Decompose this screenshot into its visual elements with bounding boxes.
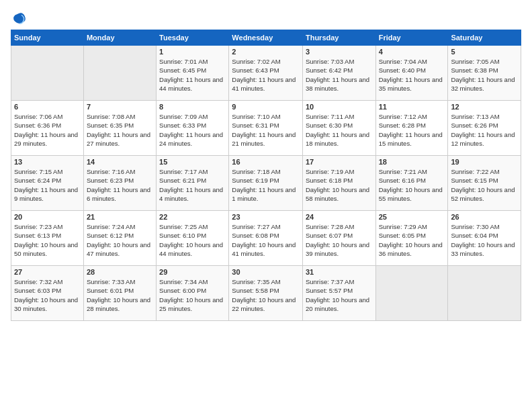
day-number: 27 <box>14 268 81 276</box>
day-number: 8 <box>159 103 226 111</box>
calendar-cell: 4Sunrise: 7:04 AMSunset: 6:40 PMDaylight… <box>375 46 448 101</box>
header <box>11 11 521 27</box>
day-number: 28 <box>87 268 153 276</box>
header-row: SundayMondayTuesdayWednesdayThursdayFrid… <box>11 30 521 46</box>
day-number: 10 <box>306 103 373 111</box>
day-number: 25 <box>379 213 445 221</box>
calendar-cell: 8Sunrise: 7:09 AMSunset: 6:33 PMDaylight… <box>157 101 229 156</box>
weekday-header: Friday <box>375 30 448 46</box>
day-number: 29 <box>159 268 226 276</box>
calendar-cell: 28Sunrise: 7:33 AMSunset: 6:01 PMDayligh… <box>83 266 156 321</box>
day-info: Sunrise: 7:01 AMSunset: 6:45 PMDaylight:… <box>159 57 226 93</box>
day-info: Sunrise: 7:24 AMSunset: 6:12 PMDaylight:… <box>87 222 153 258</box>
day-number: 17 <box>306 158 373 166</box>
day-number: 19 <box>451 158 518 166</box>
calendar-cell: 21Sunrise: 7:24 AMSunset: 6:12 PMDayligh… <box>83 211 156 266</box>
day-info: Sunrise: 7:04 AMSunset: 6:40 PMDaylight:… <box>379 57 445 93</box>
calendar-cell: 18Sunrise: 7:21 AMSunset: 6:16 PMDayligh… <box>375 156 448 211</box>
day-number: 9 <box>232 103 300 111</box>
day-number: 26 <box>451 213 518 221</box>
day-info: Sunrise: 7:12 AMSunset: 6:28 PMDaylight:… <box>379 112 445 148</box>
day-number: 11 <box>379 103 445 111</box>
day-info: Sunrise: 7:28 AMSunset: 6:07 PMDaylight:… <box>306 222 373 258</box>
page-container: SundayMondayTuesdayWednesdayThursdayFrid… <box>0 0 532 326</box>
calendar-cell: 5Sunrise: 7:05 AMSunset: 6:38 PMDaylight… <box>448 46 521 101</box>
day-number: 13 <box>14 158 81 166</box>
day-info: Sunrise: 7:16 AMSunset: 6:23 PMDaylight:… <box>87 167 153 203</box>
day-info: Sunrise: 7:08 AMSunset: 6:35 PMDaylight:… <box>87 112 153 148</box>
calendar-cell <box>375 266 448 321</box>
day-info: Sunrise: 7:30 AMSunset: 6:04 PMDaylight:… <box>451 222 518 258</box>
day-number: 12 <box>451 103 518 111</box>
day-number: 23 <box>232 213 300 221</box>
calendar-cell: 20Sunrise: 7:23 AMSunset: 6:13 PMDayligh… <box>11 211 84 266</box>
day-info: Sunrise: 7:34 AMSunset: 6:00 PMDaylight:… <box>159 277 226 313</box>
day-info: Sunrise: 7:18 AMSunset: 6:19 PMDaylight:… <box>232 167 300 203</box>
weekday-header: Sunday <box>11 30 84 46</box>
day-info: Sunrise: 7:32 AMSunset: 6:03 PMDaylight:… <box>14 277 81 313</box>
calendar-cell: 16Sunrise: 7:18 AMSunset: 6:19 PMDayligh… <box>229 156 303 211</box>
calendar-cell: 3Sunrise: 7:03 AMSunset: 6:42 PMDaylight… <box>302 46 375 101</box>
day-info: Sunrise: 7:09 AMSunset: 6:33 PMDaylight:… <box>159 112 226 148</box>
calendar-cell: 30Sunrise: 7:35 AMSunset: 5:58 PMDayligh… <box>229 266 303 321</box>
calendar-cell: 9Sunrise: 7:10 AMSunset: 6:31 PMDaylight… <box>229 101 303 156</box>
calendar-week-row: 1Sunrise: 7:01 AMSunset: 6:45 PMDaylight… <box>11 46 521 101</box>
day-number: 15 <box>159 158 226 166</box>
calendar-cell: 17Sunrise: 7:19 AMSunset: 6:18 PMDayligh… <box>302 156 375 211</box>
day-info: Sunrise: 7:19 AMSunset: 6:18 PMDaylight:… <box>306 167 373 203</box>
calendar-cell: 10Sunrise: 7:11 AMSunset: 6:30 PMDayligh… <box>302 101 375 156</box>
calendar-cell <box>11 46 84 101</box>
calendar-week-row: 27Sunrise: 7:32 AMSunset: 6:03 PMDayligh… <box>11 266 521 321</box>
day-info: Sunrise: 7:23 AMSunset: 6:13 PMDaylight:… <box>14 222 81 258</box>
day-info: Sunrise: 7:17 AMSunset: 6:21 PMDaylight:… <box>159 167 226 203</box>
day-number: 4 <box>379 48 445 56</box>
logo-icon <box>11 11 27 27</box>
day-number: 14 <box>87 158 153 166</box>
day-number: 6 <box>14 103 81 111</box>
logo <box>11 11 28 27</box>
day-info: Sunrise: 7:21 AMSunset: 6:16 PMDaylight:… <box>379 167 445 203</box>
calendar-cell: 7Sunrise: 7:08 AMSunset: 6:35 PMDaylight… <box>83 101 156 156</box>
day-info: Sunrise: 7:27 AMSunset: 6:08 PMDaylight:… <box>232 222 300 258</box>
calendar-cell: 13Sunrise: 7:15 AMSunset: 6:24 PMDayligh… <box>11 156 84 211</box>
day-number: 31 <box>306 268 373 276</box>
day-info: Sunrise: 7:02 AMSunset: 6:43 PMDaylight:… <box>232 57 300 93</box>
calendar-cell: 23Sunrise: 7:27 AMSunset: 6:08 PMDayligh… <box>229 211 303 266</box>
day-info: Sunrise: 7:29 AMSunset: 6:05 PMDaylight:… <box>379 222 445 258</box>
day-number: 1 <box>159 48 226 56</box>
day-number: 2 <box>232 48 300 56</box>
weekday-header: Saturday <box>448 30 521 46</box>
day-info: Sunrise: 7:25 AMSunset: 6:10 PMDaylight:… <box>159 222 226 258</box>
day-number: 30 <box>232 268 300 276</box>
weekday-header: Wednesday <box>229 30 303 46</box>
day-number: 22 <box>159 213 226 221</box>
day-info: Sunrise: 7:10 AMSunset: 6:31 PMDaylight:… <box>232 112 300 148</box>
calendar-cell: 19Sunrise: 7:22 AMSunset: 6:15 PMDayligh… <box>448 156 521 211</box>
calendar-cell: 25Sunrise: 7:29 AMSunset: 6:05 PMDayligh… <box>375 211 448 266</box>
calendar-cell: 14Sunrise: 7:16 AMSunset: 6:23 PMDayligh… <box>83 156 156 211</box>
calendar-week-row: 20Sunrise: 7:23 AMSunset: 6:13 PMDayligh… <box>11 211 521 266</box>
weekday-header: Monday <box>83 30 156 46</box>
calendar-cell: 11Sunrise: 7:12 AMSunset: 6:28 PMDayligh… <box>375 101 448 156</box>
calendar-cell: 26Sunrise: 7:30 AMSunset: 6:04 PMDayligh… <box>448 211 521 266</box>
day-info: Sunrise: 7:35 AMSunset: 5:58 PMDaylight:… <box>232 277 300 313</box>
calendar-cell: 31Sunrise: 7:37 AMSunset: 5:57 PMDayligh… <box>302 266 375 321</box>
day-number: 5 <box>451 48 518 56</box>
calendar-cell: 15Sunrise: 7:17 AMSunset: 6:21 PMDayligh… <box>157 156 229 211</box>
calendar-cell: 6Sunrise: 7:06 AMSunset: 6:36 PMDaylight… <box>11 101 84 156</box>
calendar-cell: 2Sunrise: 7:02 AMSunset: 6:43 PMDaylight… <box>229 46 303 101</box>
calendar-cell: 1Sunrise: 7:01 AMSunset: 6:45 PMDaylight… <box>157 46 229 101</box>
day-info: Sunrise: 7:11 AMSunset: 6:30 PMDaylight:… <box>306 112 373 148</box>
day-number: 18 <box>379 158 445 166</box>
day-info: Sunrise: 7:05 AMSunset: 6:38 PMDaylight:… <box>451 57 518 93</box>
day-info: Sunrise: 7:13 AMSunset: 6:26 PMDaylight:… <box>451 112 518 148</box>
day-number: 21 <box>87 213 153 221</box>
day-info: Sunrise: 7:22 AMSunset: 6:15 PMDaylight:… <box>451 167 518 203</box>
calendar-cell: 27Sunrise: 7:32 AMSunset: 6:03 PMDayligh… <box>11 266 84 321</box>
calendar-week-row: 6Sunrise: 7:06 AMSunset: 6:36 PMDaylight… <box>11 101 521 156</box>
weekday-header: Thursday <box>302 30 375 46</box>
day-info: Sunrise: 7:37 AMSunset: 5:57 PMDaylight:… <box>306 277 373 313</box>
day-info: Sunrise: 7:06 AMSunset: 6:36 PMDaylight:… <box>14 112 81 148</box>
calendar-table: SundayMondayTuesdayWednesdayThursdayFrid… <box>11 30 521 321</box>
day-info: Sunrise: 7:03 AMSunset: 6:42 PMDaylight:… <box>306 57 373 93</box>
